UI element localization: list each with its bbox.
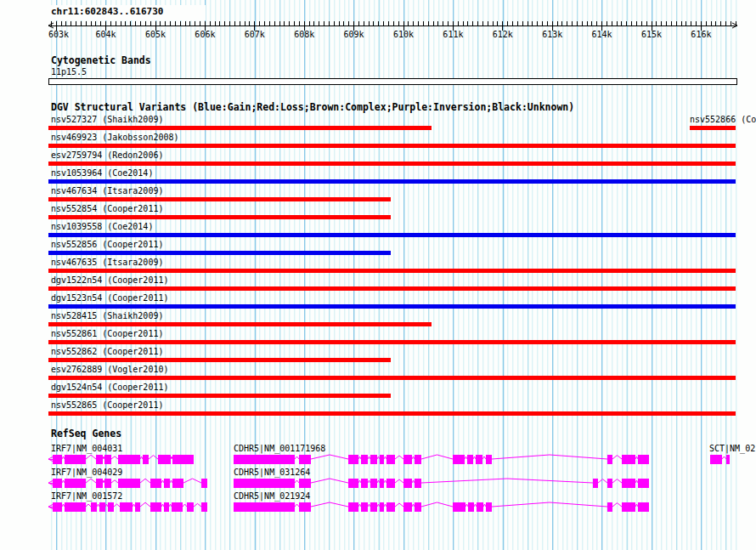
exon-block[interactable] [415,502,421,512]
variant-bar[interactable] [48,286,736,291]
exon-block[interactable] [164,502,169,512]
variant-bar[interactable] [48,233,736,237]
variant-bar[interactable] [48,304,736,309]
exon-block[interactable] [386,455,395,464]
exon-block[interactable] [593,479,598,488]
exon-block[interactable] [380,455,384,464]
variant-bar[interactable] [690,126,736,130]
exon-block[interactable] [370,455,377,464]
exon-block[interactable] [403,479,412,488]
exon-block[interactable] [104,479,111,488]
variant-bar[interactable] [48,179,736,184]
exon-block[interactable] [403,502,412,512]
exon-block[interactable] [607,502,612,512]
exon-block[interactable] [234,479,295,488]
exon-block[interactable] [348,502,358,512]
exon-block[interactable] [53,502,62,512]
exon-block[interactable] [158,455,171,464]
exon-block[interactable] [150,502,161,512]
exon-block[interactable] [622,455,635,464]
intron-line [421,455,453,459]
exon-block[interactable] [486,455,492,464]
exon-block[interactable] [65,455,86,464]
exon-block[interactable] [120,502,133,512]
exon-block[interactable] [453,455,465,464]
exon-block[interactable] [299,455,311,464]
exon-block[interactable] [638,502,649,512]
variant-bar[interactable] [48,269,736,273]
exon-block[interactable] [361,502,368,512]
variant-bar[interactable] [48,126,432,130]
exon-block[interactable] [607,455,612,464]
intron-line [473,456,476,459]
exon-block[interactable] [726,455,730,464]
exon-block[interactable] [370,479,377,488]
variant-bar[interactable] [48,358,391,362]
exon-block[interactable] [415,455,421,464]
exon-block[interactable] [403,455,412,464]
exon-block[interactable] [53,479,62,488]
variant-bar[interactable] [48,251,391,255]
exon-block[interactable] [348,455,358,464]
exon-block[interactable] [234,455,295,464]
variant-bar[interactable] [48,215,391,219]
exon-block[interactable] [201,479,207,488]
exon-block[interactable] [380,479,384,488]
exon-block[interactable] [453,502,465,512]
exon-block[interactable] [299,479,311,488]
intron-line [140,479,150,483]
cytoband-glyph[interactable] [48,78,737,85]
exon-block[interactable] [172,479,183,488]
exon-block[interactable] [91,502,97,512]
exon-block[interactable] [53,455,62,464]
exon-block[interactable] [622,479,635,488]
exon-block[interactable] [638,479,649,488]
exon-block[interactable] [96,455,103,464]
exon-block[interactable] [486,502,492,512]
variant-bar[interactable] [48,376,736,380]
variant-bar[interactable] [48,340,736,344]
exon-block[interactable] [65,502,86,512]
exon-block[interactable] [172,502,183,512]
exon-block[interactable] [476,455,482,464]
exon-block[interactable] [118,455,140,464]
exon-block[interactable] [386,502,395,512]
exon-block[interactable] [361,479,368,488]
exon-block[interactable] [99,502,105,512]
variant-bar[interactable] [48,144,736,148]
exon-block[interactable] [234,502,295,512]
variant-bar[interactable] [48,162,736,166]
intron-line [635,456,638,459]
exon-block[interactable] [104,455,111,464]
exon-block[interactable] [150,479,161,488]
exon-block[interactable] [135,502,140,512]
exon-block[interactable] [467,455,473,464]
variant-bar[interactable] [48,197,391,201]
exon-block[interactable] [299,502,311,512]
exon-block[interactable] [187,502,194,512]
exon-block[interactable] [380,502,384,512]
exon-block[interactable] [348,479,358,488]
exon-block[interactable] [164,479,170,488]
variant-label: nsv467635 (Itsara2009) [51,258,163,267]
exon-block[interactable] [65,479,86,488]
exon-block[interactable] [201,502,207,512]
exon-block[interactable] [607,479,612,488]
exon-block[interactable] [638,455,649,464]
exon-block[interactable] [143,455,149,464]
exon-block[interactable] [96,479,103,488]
exon-block[interactable] [370,502,377,512]
variant-bar[interactable] [48,322,432,326]
exon-block[interactable] [118,479,140,488]
exon-block[interactable] [361,455,368,464]
exon-block[interactable] [386,479,395,488]
variant-bar[interactable] [48,411,736,416]
exon-block[interactable] [415,479,421,488]
exon-block[interactable] [172,455,194,464]
exon-block[interactable] [622,502,635,512]
exon-block[interactable] [477,502,483,512]
variant-bar[interactable] [48,394,391,398]
exon-block[interactable] [710,455,722,464]
exon-block[interactable] [108,502,114,512]
exon-block[interactable] [468,502,474,512]
